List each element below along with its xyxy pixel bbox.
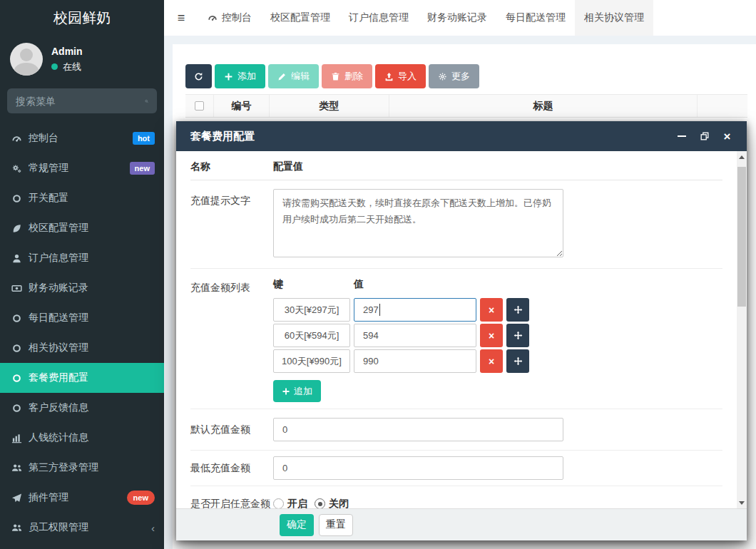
sidebar-item-customer-feedback[interactable]: 客户反馈信息	[0, 393, 164, 423]
select-all-cell	[185, 95, 214, 117]
close-icon[interactable]: ×	[722, 131, 732, 142]
package-fee-config-dialog: 套餐费用配置 × 名称 配置值 充值提示文字 请按需购买配送天数，续时直接在原余…	[176, 121, 747, 540]
search-input[interactable]	[16, 96, 145, 107]
hamburger-menu-icon[interactable]: ≡	[164, 0, 198, 36]
delete-button[interactable]: 删除	[322, 64, 372, 88]
sidebar-item-subscriber-info[interactable]: 订户信息管理	[0, 243, 164, 273]
plus-icon	[224, 72, 233, 81]
column-header-extra	[698, 95, 747, 117]
sidebar-item-dashboard[interactable]: 控制台hot	[0, 123, 164, 153]
upload-icon	[384, 72, 394, 81]
value-header: 值	[354, 278, 364, 291]
sidebar-item-plugins[interactable]: 插件管理new	[0, 483, 164, 513]
app-logo: 校园鲜奶	[0, 0, 164, 36]
plus-icon	[282, 387, 290, 396]
sidebar-search	[7, 88, 157, 113]
move-row-button[interactable]	[506, 324, 529, 347]
remove-row-button[interactable]: ×	[480, 349, 503, 373]
fee-key-input-0[interactable]	[273, 298, 350, 322]
sidebar-item-package-fee-config[interactable]: 套餐费用配置	[0, 363, 164, 393]
column-header-type: 类型	[270, 95, 389, 117]
move-icon	[514, 331, 523, 340]
dialog-scrollbar[interactable]	[737, 151, 747, 508]
confirm-button[interactable]: 确定	[280, 514, 314, 536]
sidebar-item-switch-config[interactable]: 开关配置	[0, 183, 164, 213]
dialog-titlebar[interactable]: 套餐费用配置 ×	[176, 121, 747, 151]
tachometer-icon	[11, 133, 22, 144]
move-icon	[514, 356, 523, 366]
more-button[interactable]: 更多	[429, 64, 479, 88]
circle-icon	[11, 193, 22, 204]
sidebar-item-finance-records[interactable]: 财务动账记录	[0, 273, 164, 303]
radio-any-amount-on[interactable]	[273, 498, 284, 508]
maximize-icon[interactable]	[699, 131, 710, 142]
move-row-button[interactable]	[506, 298, 529, 322]
scroll-down-icon[interactable]	[737, 497, 747, 508]
tab-finance-records[interactable]: 财务动账记录	[418, 0, 496, 36]
leaf-icon	[11, 223, 22, 234]
fee-row: ×	[273, 349, 722, 373]
fee-key-input-2[interactable]	[273, 349, 350, 373]
toolbar: 添加 编辑 删除 导入 更多	[185, 64, 747, 88]
text-cursor	[379, 304, 380, 316]
online-status-dot	[51, 63, 58, 70]
sidebar-menu: 控制台hot 常规管理new 开关配置 校区配置管理 订户信息管理 财务动账记录…	[0, 123, 164, 543]
table-header-row: 编号 类型 标题	[185, 94, 747, 118]
min-amount-input[interactable]	[273, 456, 563, 480]
tab-daily-delivery[interactable]: 每日配送管理	[496, 0, 575, 36]
sidebar-item-stats[interactable]: 人钱统计信息	[0, 423, 164, 453]
fee-value-input-0[interactable]	[354, 298, 476, 322]
pencil-icon	[277, 72, 287, 81]
sidebar-item-staff-permissions[interactable]: 员工权限管理‹	[0, 513, 164, 543]
chart-bar-icon	[11, 433, 22, 443]
tab-campus-config[interactable]: 校区配置管理	[261, 0, 339, 36]
fee-key-input-1[interactable]	[273, 324, 350, 347]
sidebar: 校园鲜奶 Admin 在线 控制台hot 常规管理new 开关配置 校区配置管理…	[0, 0, 164, 549]
add-button[interactable]: 添加	[215, 64, 265, 88]
refresh-button[interactable]	[185, 64, 212, 88]
import-button[interactable]: 导入	[375, 64, 426, 88]
fee-value-input-1[interactable]	[354, 324, 476, 347]
move-icon	[514, 305, 523, 314]
user-panel: Admin 在线	[0, 36, 164, 83]
money-icon	[11, 283, 22, 294]
tab-dashboard[interactable]: 控制台	[198, 0, 261, 36]
move-row-button[interactable]	[506, 349, 529, 373]
scroll-up-icon[interactable]	[737, 151, 747, 163]
select-all-checkbox[interactable]	[195, 101, 204, 111]
reset-button[interactable]: 重置	[319, 514, 353, 536]
new-badge: new	[127, 491, 155, 505]
new-badge: new	[130, 162, 155, 175]
form-row-fee-list: 充值金额列表 键 值 × ×	[190, 269, 722, 409]
default-amount-input[interactable]	[273, 418, 563, 441]
tab-subscriber-info[interactable]: 订户信息管理	[339, 0, 418, 36]
gears-icon	[11, 163, 22, 174]
fee-row: ×	[273, 298, 722, 322]
append-button[interactable]: 追加	[273, 380, 321, 402]
minimize-icon[interactable]	[676, 131, 687, 142]
sidebar-item-general-management[interactable]: 常规管理new	[0, 153, 164, 183]
form-row-recharge-tip: 充值提示文字 请按需购买配送天数，续时直接在原余下配送天数上增加。已停奶用户续时…	[190, 180, 722, 269]
scrollbar-thumb[interactable]	[737, 167, 746, 307]
search-icon	[145, 96, 148, 106]
form-row-any-amount: 是否开启任意金额 开启 关闭	[190, 486, 722, 508]
radio-any-amount-off[interactable]	[315, 498, 325, 508]
sidebar-item-daily-delivery[interactable]: 每日配送管理	[0, 303, 164, 333]
recharge-tip-textarea[interactable]: 请按需购买配送天数，续时直接在原余下配送天数上增加。已停奶用户续时成功后第二天开…	[273, 189, 563, 257]
user-status: 在线	[63, 61, 81, 73]
remove-row-button[interactable]: ×	[480, 324, 503, 347]
sidebar-item-agreements[interactable]: 相关协议管理	[0, 333, 164, 363]
sidebar-item-third-party-login[interactable]: 第三方登录管理	[0, 453, 164, 483]
fee-value-input-2[interactable]	[354, 349, 476, 373]
topnav: ≡ 控制台 校区配置管理 订户信息管理 财务动账记录 每日配送管理 相关协议管理	[164, 0, 756, 36]
sidebar-item-campus-config[interactable]: 校区配置管理	[0, 213, 164, 243]
hot-badge: hot	[133, 132, 155, 145]
remove-row-button[interactable]: ×	[480, 298, 503, 322]
users-icon	[11, 463, 22, 473]
tab-agreements[interactable]: 相关协议管理	[575, 0, 653, 36]
user-icon	[11, 253, 22, 264]
circle-icon	[11, 343, 22, 354]
avatar	[10, 43, 43, 76]
edit-button[interactable]: 编辑	[268, 64, 319, 88]
value-column-header: 配置值	[273, 160, 303, 173]
